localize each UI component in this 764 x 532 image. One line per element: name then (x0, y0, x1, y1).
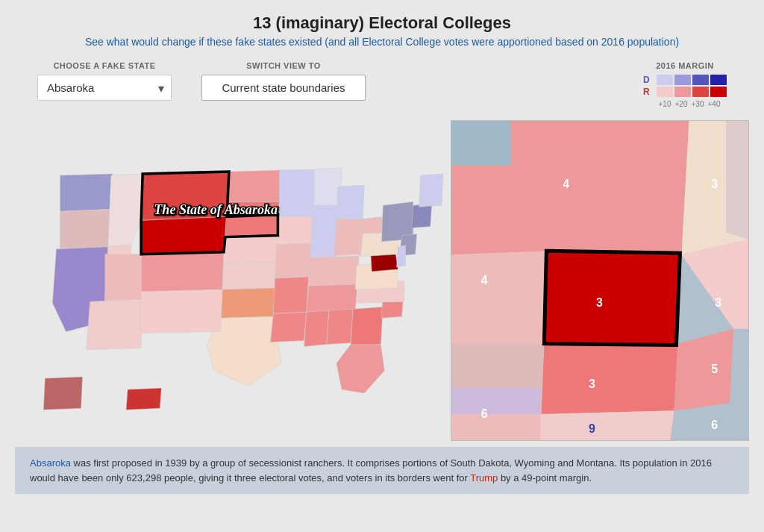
svg-marker-24 (334, 219, 363, 255)
svg-marker-56 (536, 410, 674, 440)
us-map-container: The State of Absaroka (15, 120, 451, 441)
legend-num-20: +20 (673, 100, 689, 108)
swatch-d40 (710, 75, 727, 85)
swatch-d10 (657, 75, 673, 85)
maps-row: The State of Absaroka (15, 120, 749, 441)
svg-marker-12 (279, 169, 315, 216)
legend-num-40: +40 (706, 100, 722, 108)
electoral-3-co: 3 (589, 378, 595, 390)
electoral-6-bl: 6 (481, 407, 488, 420)
zoom-map-container: 4 3 4 3 3 3 5 6 9 6 (451, 120, 749, 441)
svg-marker-11 (222, 262, 276, 290)
svg-marker-51 (544, 251, 681, 343)
svg-marker-52 (540, 344, 677, 415)
electoral-3-r: 3 (715, 296, 721, 309)
footer: Absaroka was first proposed in 1939 by a… (15, 447, 749, 494)
legend-d-label: D (643, 75, 654, 85)
svg-marker-2 (60, 209, 110, 248)
svg-marker-1 (60, 174, 112, 211)
svg-marker-27 (307, 284, 357, 312)
footer-description: was first proposed in 1939 by a group of… (30, 457, 712, 484)
electoral-9-nm: 9 (589, 422, 595, 435)
svg-marker-44 (43, 377, 82, 410)
svg-marker-29 (270, 312, 306, 342)
page-title: 13 (imaginary) Electoral Colleges (15, 13, 749, 33)
svg-marker-13 (276, 216, 313, 244)
legend-r-swatches (657, 87, 727, 97)
svg-marker-19 (141, 252, 224, 292)
svg-marker-45 (126, 388, 161, 410)
svg-marker-22 (87, 299, 142, 349)
electoral-5-ne: 5 (711, 363, 718, 375)
svg-marker-17 (221, 288, 275, 318)
legend-numbers: +10 +20 +30 +40 (657, 100, 727, 108)
swatch-d30 (692, 75, 709, 85)
svg-marker-26 (309, 256, 359, 286)
main-container: 13 (imaginary) Electoral Colleges See wh… (0, 0, 764, 532)
legend-row-d: D (643, 75, 727, 85)
swatch-r30 (692, 87, 709, 97)
footer-margin: by a 49-point margin. (498, 472, 592, 484)
fake-state-control: CHOOSE A FAKE STATE Absaroka (37, 61, 172, 101)
legend-d-swatches (657, 75, 727, 85)
svg-marker-28 (273, 277, 308, 313)
zoom-map-svg: 4 3 4 3 3 3 5 6 9 6 (451, 121, 748, 440)
svg-marker-58 (726, 121, 748, 240)
svg-marker-23 (336, 185, 364, 220)
electoral-4-mt: 4 (563, 178, 569, 190)
svg-marker-41 (397, 245, 406, 267)
svg-marker-7 (141, 216, 227, 254)
legend-num-10: +10 (657, 100, 673, 108)
electoral-6-br: 6 (711, 419, 718, 431)
legend: 2016 MARGIN D R (643, 61, 727, 108)
fake-state-select-wrapper[interactable]: Absaroka (37, 75, 172, 101)
swatch-r40 (710, 87, 727, 97)
controls-row: CHOOSE A FAKE STATE Absaroka SWITCH VIEW… (15, 61, 749, 108)
svg-marker-32 (351, 307, 383, 346)
swatch-r20 (674, 87, 691, 97)
svg-marker-21 (105, 254, 141, 301)
svg-marker-42 (412, 204, 432, 228)
svg-marker-14 (275, 243, 312, 278)
switch-view-button[interactable]: Current state boundaries (201, 75, 366, 101)
svg-marker-16 (310, 205, 338, 257)
switch-view-control: SWITCH VIEW TO Current state boundaries (201, 61, 366, 101)
electoral-3-tr: 3 (711, 178, 718, 190)
legend-title: 2016 MARGIN (643, 61, 727, 70)
page-subtitle: See what would change if these fake stat… (15, 36, 749, 48)
footer-state-link[interactable]: Absaroka (30, 457, 71, 469)
footer-trump-link[interactable]: Trump (470, 472, 498, 484)
swatch-r10 (657, 87, 673, 97)
svg-marker-59 (451, 388, 540, 414)
fake-state-select[interactable]: Absaroka (37, 75, 172, 101)
svg-marker-20 (141, 290, 222, 333)
electoral-3-wy: 3 (596, 296, 603, 309)
fake-state-label: CHOOSE A FAKE STATE (53, 61, 155, 70)
swatch-d20 (674, 75, 691, 85)
legend-row-r: R (643, 87, 727, 97)
electoral-4-l: 4 (481, 274, 488, 287)
svg-marker-10 (224, 236, 278, 263)
legend-rows: D R (643, 75, 727, 108)
us-map-svg: The State of Absaroka (15, 120, 451, 441)
legend-num-30: +30 (689, 100, 706, 108)
svg-marker-8 (227, 170, 282, 201)
svg-marker-31 (327, 309, 353, 344)
switch-view-label: SWITCH VIEW TO (246, 61, 321, 70)
absaroka-label: The State of Absaroka (154, 202, 278, 217)
legend-r-label: R (643, 87, 654, 97)
svg-marker-43 (419, 174, 443, 207)
svg-marker-30 (304, 310, 329, 346)
svg-marker-60 (451, 121, 511, 166)
